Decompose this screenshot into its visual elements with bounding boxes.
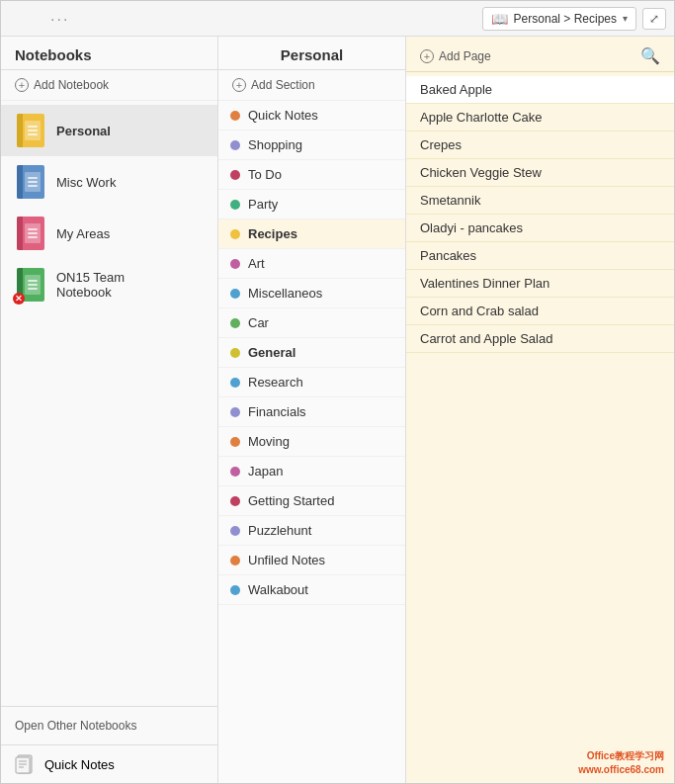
notebook-bottom: Open Other Notebooks <box>1 706 217 744</box>
section-dot-todo <box>230 170 240 180</box>
sections-panel: Personal + Add Section Quick NotesShoppi… <box>218 37 406 783</box>
notebooks-panel: Notebooks + Add Notebook <box>1 37 218 783</box>
add-notebook-button[interactable]: + Add Notebook <box>1 70 217 101</box>
section-label-shopping: Shopping <box>248 137 302 152</box>
notebook-item-on15[interactable]: ✕ ON15 Team Notebook <box>1 259 217 310</box>
page-list: Baked AppleApple Charlotte CakeCrepesChi… <box>406 72 674 783</box>
section-label-quick-notes: Quick Notes <box>248 108 318 123</box>
section-item-general[interactable]: General <box>218 338 405 368</box>
section-dot-shopping <box>230 140 240 150</box>
breadcrumb-pill[interactable]: 📖 Personal > Recipes ▾ <box>482 7 636 31</box>
page-item-corn-crab[interactable]: Corn and Crab salad <box>406 298 674 325</box>
section-label-todo: To Do <box>248 167 282 182</box>
notebook-item-misc-work[interactable]: Misc Work <box>1 156 217 208</box>
add-section-button[interactable]: + Add Section <box>218 70 405 101</box>
breadcrumb-text: Personal > Recipes <box>514 12 617 26</box>
section-label-miscellaneos: Miscellaneos <box>248 286 322 301</box>
notebooks-header: Notebooks <box>1 37 217 70</box>
add-page-label: Add Page <box>439 49 491 63</box>
chevron-down-icon: ▾ <box>623 13 628 24</box>
section-item-shopping[interactable]: Shopping <box>218 131 405 160</box>
section-dot-recipes <box>230 229 240 239</box>
section-label-recipes: Recipes <box>248 226 297 241</box>
pages-panel: + Add Page 🔍 Baked AppleApple Charlotte … <box>406 37 674 783</box>
add-page-button[interactable]: + Add Page <box>420 49 491 63</box>
page-item-valentines[interactable]: Valentines Dinner Plan <box>406 270 674 298</box>
section-item-financials[interactable]: Financials <box>218 397 405 427</box>
page-item-smetannik[interactable]: Smetannik <box>406 187 674 215</box>
section-dot-quick-notes <box>230 111 240 121</box>
section-item-quick-notes[interactable]: Quick Notes <box>218 101 405 131</box>
page-item-apple-charlotte[interactable]: Apple Charlotte Cake <box>406 104 674 131</box>
section-label-financials: Financials <box>248 404 306 419</box>
quick-notes-label: Quick Notes <box>44 757 115 772</box>
quick-notes-item[interactable]: Quick Notes <box>1 744 217 783</box>
notebook-icon-misc <box>15 164 46 200</box>
add-page-icon: + <box>420 49 434 63</box>
main-content: Notebooks + Add Notebook <box>1 37 674 783</box>
notebook-item-personal[interactable]: Personal <box>1 105 217 156</box>
section-dot-general <box>230 348 240 358</box>
section-dot-miscellaneos <box>230 289 240 299</box>
section-dot-japan <box>230 467 240 477</box>
page-item-crepes[interactable]: Crepes <box>406 131 674 159</box>
search-icon[interactable]: 🔍 <box>640 46 660 65</box>
section-label-moving: Moving <box>248 434 290 449</box>
section-dot-unfiled-notes <box>230 556 240 566</box>
error-badge-icon: ✕ <box>13 293 25 305</box>
notebook-label-personal: Personal <box>56 124 111 138</box>
section-item-research[interactable]: Research <box>218 368 405 397</box>
sections-header: Personal <box>218 37 405 70</box>
notebook-item-my-areas[interactable]: My Areas <box>1 208 217 259</box>
section-dot-getting-started <box>230 496 240 506</box>
quick-notes-icon <box>15 753 37 775</box>
svg-rect-1 <box>16 757 30 773</box>
page-item-oladyi[interactable]: Oladyi - pancakes <box>406 215 674 242</box>
section-label-general: General <box>248 345 295 360</box>
section-item-miscellaneos[interactable]: Miscellaneos <box>218 279 405 308</box>
section-label-research: Research <box>248 375 303 390</box>
pages-header: + Add Page 🔍 <box>406 37 674 72</box>
section-label-car: Car <box>248 315 269 330</box>
section-dot-research <box>230 378 240 388</box>
section-item-todo[interactable]: To Do <box>218 160 405 190</box>
page-item-pancakes[interactable]: Pancakes <box>406 242 674 270</box>
section-label-walkabout: Walkabout <box>248 582 308 597</box>
section-item-car[interactable]: Car <box>218 308 405 338</box>
section-item-puzzlehunt[interactable]: Puzzlehunt <box>218 516 405 546</box>
expand-button[interactable]: ⤢ <box>642 8 666 30</box>
notebook-icon-myareas <box>15 216 46 251</box>
open-other-notebooks[interactable]: Open Other Notebooks <box>15 715 204 737</box>
section-label-puzzlehunt: Puzzlehunt <box>248 523 311 538</box>
section-item-party[interactable]: Party <box>218 190 405 219</box>
section-item-moving[interactable]: Moving <box>218 427 405 457</box>
section-dot-financials <box>230 407 240 417</box>
notebook-icon-on15: ✕ <box>15 267 46 303</box>
section-item-getting-started[interactable]: Getting Started <box>218 486 405 516</box>
window-dots: ··· <box>50 11 69 29</box>
section-label-art: Art <box>248 256 265 271</box>
section-item-walkabout[interactable]: Walkabout <box>218 575 405 605</box>
add-section-icon: + <box>232 78 246 92</box>
app-window: ··· 📖 Personal > Recipes ▾ ⤢ Notebooks +… <box>0 0 675 784</box>
page-item-chicken-veggie[interactable]: Chicken Veggie Stew <box>406 159 674 187</box>
notebook-label-misc: Misc Work <box>56 175 116 190</box>
section-dot-puzzlehunt <box>230 526 240 536</box>
book-icon: 📖 <box>491 11 508 27</box>
page-item-baked-apple[interactable]: Baked Apple <box>406 76 674 104</box>
section-item-recipes[interactable]: Recipes <box>218 219 405 249</box>
section-dot-art <box>230 259 240 269</box>
section-dot-party <box>230 200 240 210</box>
section-list: Quick NotesShoppingTo DoPartyRecipesArtM… <box>218 101 405 783</box>
section-dot-walkabout <box>230 585 240 595</box>
page-item-carrot-apple[interactable]: Carrot and Apple Salad <box>406 325 674 353</box>
section-item-japan[interactable]: Japan <box>218 457 405 486</box>
section-label-getting-started: Getting Started <box>248 493 334 508</box>
section-item-art[interactable]: Art <box>218 249 405 279</box>
top-bar: ··· 📖 Personal > Recipes ▾ ⤢ <box>1 1 674 37</box>
section-item-unfiled-notes[interactable]: Unfiled Notes <box>218 546 405 575</box>
notebook-label-on15: ON15 Team Notebook <box>56 270 125 300</box>
section-label-party: Party <box>248 197 278 212</box>
add-notebook-label: Add Notebook <box>34 78 109 92</box>
section-label-unfiled-notes: Unfiled Notes <box>248 553 325 567</box>
